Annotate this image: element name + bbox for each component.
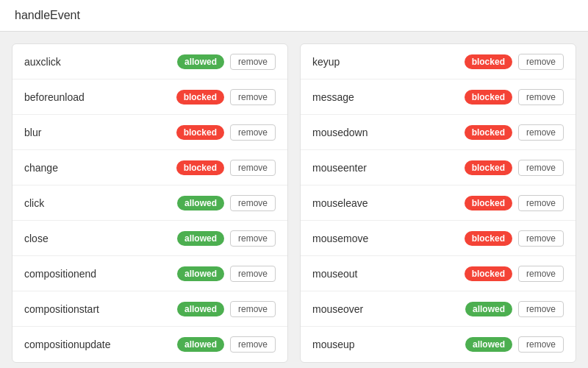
event-name: beforeunload (24, 91, 176, 103)
table-row: blurblockedremove (12, 115, 287, 150)
status-badge: allowed (177, 266, 224, 281)
event-name: message (312, 91, 465, 103)
remove-button[interactable]: remove (230, 230, 276, 247)
remove-button[interactable]: remove (230, 54, 276, 70)
status-badge: blocked (176, 90, 224, 105)
status-badge: blocked (465, 90, 512, 105)
column-1: keyupblockedremovemessageblockedremovemo… (300, 43, 576, 363)
status-badge: blocked (176, 160, 224, 175)
table-row: mousemoveblockedremove (301, 221, 576, 256)
table-row: mousedownblockedremove (301, 115, 576, 150)
event-name: mouseenter (312, 162, 465, 174)
table-row: auxclickallowedremove (12, 44, 287, 79)
status-badge: allowed (177, 337, 224, 352)
status-badge: allowed (177, 231, 224, 246)
remove-button[interactable]: remove (518, 266, 564, 282)
remove-button[interactable]: remove (230, 160, 276, 176)
event-name: mouseout (312, 268, 465, 280)
table-row: clickallowedremove (12, 185, 287, 221)
event-name: mousemove (312, 233, 465, 244)
remove-button[interactable]: remove (518, 89, 564, 105)
status-badge: blocked (465, 196, 512, 210)
event-name: mousedown (312, 127, 465, 138)
remove-button[interactable]: remove (230, 301, 276, 317)
column-0: auxclickallowedremovebeforeunloadblocked… (12, 43, 288, 363)
event-name: click (24, 197, 177, 209)
status-badge: blocked (465, 266, 512, 281)
table-row: messageblockedremove (301, 79, 576, 115)
event-name: keyup (312, 56, 465, 68)
table-row: mouseoverallowedremove (301, 291, 576, 327)
status-badge: blocked (465, 160, 512, 175)
remove-button[interactable]: remove (230, 266, 276, 282)
table-row: closeallowedremove (12, 221, 287, 256)
remove-button[interactable]: remove (518, 230, 564, 247)
table-row: mouseleaveblockedremove (301, 185, 576, 221)
table-row: compositionendallowedremove (12, 256, 287, 291)
status-badge: allowed (177, 302, 224, 316)
event-name: mouseup (312, 339, 465, 350)
table-row: changeblockedremove (12, 150, 287, 185)
remove-button[interactable]: remove (518, 124, 564, 141)
remove-button[interactable]: remove (518, 160, 564, 176)
table-row: mouseenterblockedremove (301, 150, 576, 185)
remove-button[interactable]: remove (230, 89, 276, 105)
event-name: blur (24, 127, 176, 138)
status-badge: allowed (465, 337, 512, 352)
status-badge: blocked (465, 231, 512, 246)
remove-button[interactable]: remove (518, 195, 564, 211)
status-badge: blocked (465, 54, 512, 69)
table-row: compositionupdateallowedremove (12, 327, 287, 362)
event-name: compositionend (24, 268, 177, 280)
status-badge: blocked (176, 125, 224, 140)
page-title: handleEvent (0, 0, 588, 32)
event-name: auxclick (24, 56, 177, 68)
table-row: mouseupallowedremove (301, 327, 576, 362)
remove-button[interactable]: remove (518, 301, 564, 317)
remove-button[interactable]: remove (518, 336, 564, 353)
status-badge: blocked (465, 125, 512, 140)
status-badge: allowed (465, 302, 512, 316)
event-name: compositionupdate (24, 339, 177, 350)
remove-button[interactable]: remove (518, 54, 564, 70)
table-row: keyupblockedremove (301, 44, 576, 79)
remove-button[interactable]: remove (230, 336, 276, 353)
main-content: auxclickallowedremovebeforeunloadblocked… (0, 32, 588, 368)
event-name: mouseleave (312, 197, 465, 209)
table-row: beforeunloadblockedremove (12, 79, 287, 115)
table-row: compositionstartallowedremove (12, 291, 287, 327)
status-badge: allowed (177, 54, 224, 69)
event-name: compositionstart (24, 303, 177, 315)
event-name: close (24, 233, 177, 244)
event-name: mouseover (312, 303, 465, 315)
event-name: change (24, 162, 176, 174)
table-row: mouseoutblockedremove (301, 256, 576, 291)
status-badge: allowed (177, 196, 224, 210)
remove-button[interactable]: remove (230, 124, 276, 141)
header-title: handleEvent (15, 9, 80, 21)
remove-button[interactable]: remove (230, 195, 276, 211)
